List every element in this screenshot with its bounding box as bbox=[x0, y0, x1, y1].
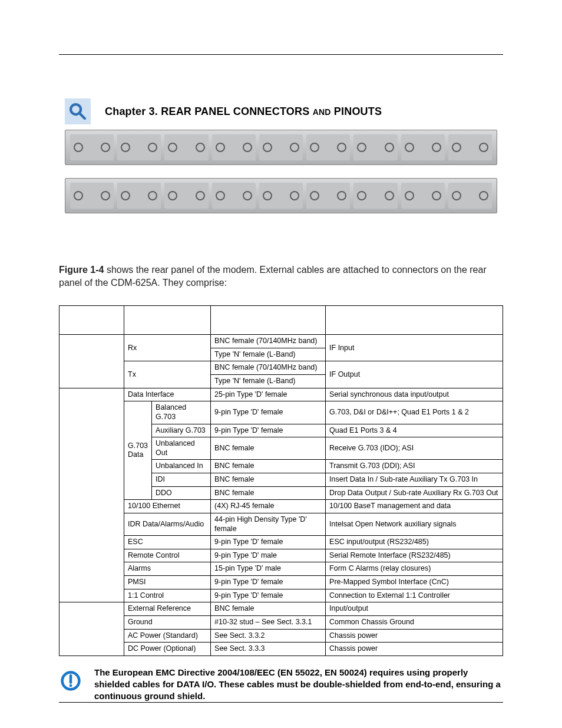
emc-note: The European EMC Directive 2004/108/EEC … bbox=[94, 667, 503, 703]
table-row: Tx BNC female (70/140MHz band) IF Output bbox=[59, 361, 503, 375]
rear-panel-photos bbox=[65, 130, 497, 213]
table-row: 1:1 Control 9-pin Type 'D' female Connec… bbox=[59, 589, 503, 602]
table-row: Data Interface 25-pin Type 'D' female Se… bbox=[59, 388, 503, 401]
chapter-title: Chapter 3. REAR PANEL CONNECTORS AND PIN… bbox=[105, 106, 382, 118]
magnifier-icon bbox=[65, 98, 91, 124]
table-row: External Reference BNC female Input/outp… bbox=[59, 602, 503, 616]
table-row: ESC 9-pin Type 'D' female ESC input/outp… bbox=[59, 536, 503, 549]
figure-intro: Figure 1-4 shows the rear panel of the m… bbox=[59, 263, 503, 289]
svg-line-1 bbox=[80, 113, 85, 118]
table-row: Rx BNC female (70/140MHz band) IF Input bbox=[59, 335, 503, 348]
table-row: DC Power (Optional) See Sect. 3.3.3 Chas… bbox=[59, 643, 503, 656]
table-row: PMSI 9-pin Type 'D' female Pre-Mapped Sy… bbox=[59, 576, 503, 589]
table-row: IDR Data/Alarms/Audio 44-pin High Densit… bbox=[59, 513, 503, 535]
alert-icon bbox=[59, 669, 82, 693]
table-row bbox=[59, 306, 503, 335]
connectors-table: Rx BNC female (70/140MHz band) IF Input … bbox=[59, 305, 503, 656]
svg-point-4 bbox=[70, 684, 72, 687]
table-row: 10/100 Ethernet (4X) RJ-45 female 10/100… bbox=[59, 500, 503, 513]
table-row: Remote Control 9-pin Type 'D' male Seria… bbox=[59, 549, 503, 562]
table-row: AC Power (Standard) See Sect. 3.3.2 Chas… bbox=[59, 629, 503, 643]
table-row: G.703 Data Balanced G.703 9-pin Type 'D'… bbox=[59, 401, 503, 424]
table-row: Ground #10-32 stud – See Sect. 3.3.1 Com… bbox=[59, 615, 503, 629]
table-row: Alarms 15-pin Type 'D' male Form C Alarm… bbox=[59, 562, 503, 576]
